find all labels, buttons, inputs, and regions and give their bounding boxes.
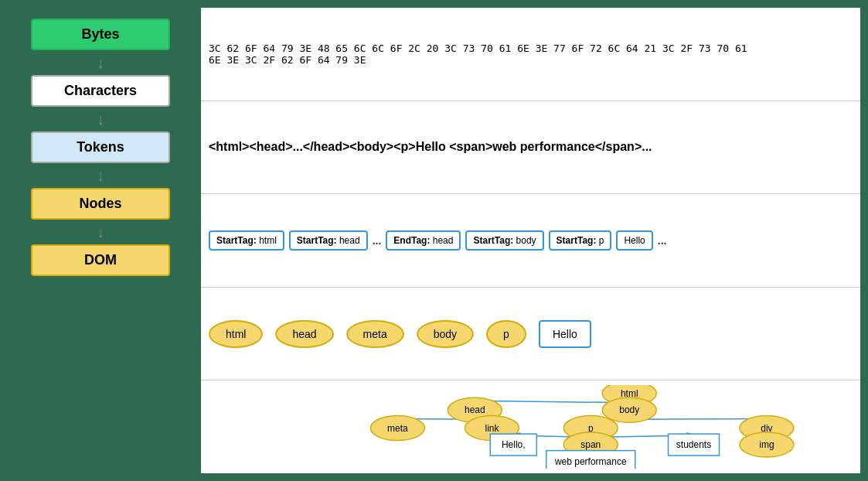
token-starttag-p: StartTag: p	[549, 230, 612, 251]
nodes-box: Nodes	[31, 188, 170, 220]
dom-node-students: students	[669, 434, 720, 455]
bytes-hex: 3C 62 6F 64 79 3E 48 65 6C 6C 6F 2C 20 3…	[209, 43, 747, 66]
dom-node-label-meta: meta	[387, 423, 408, 434]
content-area: 3C 62 6F 64 79 3E 48 65 6C 6C 6F 2C 20 3…	[193, 8, 860, 473]
token-type-label: StartTag:	[557, 235, 597, 246]
edge-html-head	[475, 401, 629, 403]
dom-node-label-hello: Hello,	[502, 439, 526, 450]
characters-box: Characters	[31, 75, 170, 107]
token-value: p	[599, 235, 604, 246]
characters-section: <html><head>...</head><body><p>Hello <sp…	[201, 101, 860, 195]
tokens-box: Tokens	[31, 131, 170, 163]
dom-section: htmlheadbodymetalinkpdivHello,spanstuden…	[201, 380, 860, 473]
token-ellipsis: ...	[658, 234, 667, 247]
token-value: body	[516, 235, 536, 246]
token-type-label: StartTag:	[473, 235, 513, 246]
token-starttag-html: StartTag: html	[209, 230, 284, 251]
token-value: html	[259, 235, 277, 246]
dom-node-label-span: span	[580, 439, 601, 450]
tokens-section: StartTag: htmlStartTag: head...EndTag: h…	[201, 194, 860, 288]
dom-node-img: img	[740, 432, 794, 457]
node-hello: Hello	[539, 320, 591, 348]
bytes-box: Bytes	[31, 19, 170, 50]
node-body: body	[417, 320, 474, 348]
tokens-label: Tokens	[77, 139, 124, 155]
dom-node-label-img: img	[759, 439, 774, 450]
pipeline: Bytes ↓ Characters ↓ Tokens ↓ Nodes ↓ DO…	[8, 8, 193, 473]
dom-node-label-link: link	[485, 423, 500, 434]
arrow-bytes-chars: ↓	[97, 55, 104, 70]
token-ellipsis: ...	[373, 234, 382, 247]
dom-node-body: body	[602, 398, 656, 423]
dom-tree-svg: htmlheadbodymetalinkpdivHello,spanstuden…	[209, 385, 853, 469]
dom-node-label-students: students	[676, 439, 711, 450]
dom-box: DOM	[31, 244, 170, 276]
characters-text: <html><head>...</head><body><p>Hello <sp…	[209, 140, 652, 154]
dom-node-hello: Hello,	[490, 434, 536, 455]
bytes-label: Bytes	[81, 26, 119, 42]
edge-body-div	[629, 419, 767, 420]
node-head: head	[275, 320, 333, 348]
token-endtag-head: EndTag: head	[386, 230, 461, 251]
node-meta: meta	[346, 320, 404, 348]
nodes-section: htmlheadmetabodypHello	[201, 288, 860, 381]
token-value: head	[339, 235, 360, 246]
token-type-label: StartTag:	[297, 235, 337, 246]
nodes-label: Nodes	[79, 196, 121, 211]
token-text: Hello	[616, 230, 652, 251]
token-starttag-body: StartTag: body	[465, 230, 543, 251]
token-type-label: EndTag:	[393, 235, 430, 246]
dom-node-label-webperf: web performance	[554, 456, 627, 467]
arrow-nodes-dom: ↓	[97, 224, 104, 240]
dom-node-label-body: body	[619, 405, 639, 416]
dom-node-webperf: web performance	[546, 451, 635, 469]
arrow-chars-tokens: ↓	[97, 111, 104, 127]
dom-node-meta: meta	[370, 416, 424, 441]
node-html: html	[209, 320, 263, 348]
bytes-section: 3C 62 6F 64 79 3E 48 65 6C 6C 6F 2C 20 3…	[201, 8, 860, 101]
token-type-label: StartTag:	[216, 235, 257, 246]
dom-label: DOM	[84, 252, 117, 268]
characters-label: Characters	[64, 83, 137, 98]
arrow-tokens-nodes: ↓	[97, 168, 104, 183]
token-value: head	[433, 235, 454, 246]
node-p: p	[486, 320, 526, 348]
dom-node-label-head: head	[465, 405, 485, 416]
token-starttag-head: StartTag: head	[289, 230, 368, 251]
